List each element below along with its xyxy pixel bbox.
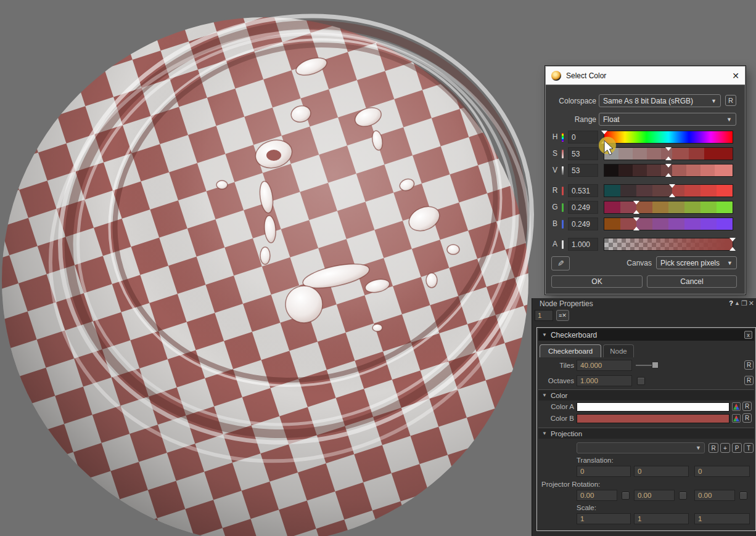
- scale-y-input[interactable]: 1: [634, 513, 689, 524]
- projection-p-button[interactable]: P: [732, 443, 742, 453]
- hue-indicator-icon: [562, 133, 564, 142]
- help-icon[interactable]: ?: [729, 299, 733, 307]
- rotation-z-checkbox[interactable]: [739, 492, 747, 500]
- dialog-titlebar[interactable]: Select Color ✕: [546, 67, 745, 85]
- canvas-label: Canvas: [601, 259, 652, 267]
- scale-x-input[interactable]: 1: [577, 513, 631, 524]
- octaves-input[interactable]: 1.000: [577, 375, 632, 386]
- slider-marker: [601, 140, 607, 144]
- channel-label: B: [551, 219, 559, 228]
- h-gradient-slider[interactable]: [604, 131, 733, 144]
- translation-x-input[interactable]: 0: [577, 466, 631, 477]
- channel-row-r: R 0.531: [546, 184, 745, 197]
- color-b-reset-button[interactable]: R: [742, 413, 752, 423]
- octaves-label: Octaves: [537, 377, 574, 384]
- channel-row-s: S 53: [546, 147, 745, 160]
- checkerboard-node-form: ▼ Checkerboard x Checkerboard Node Tiles…: [536, 327, 756, 531]
- range-dropdown[interactable]: Float ▼: [599, 113, 736, 126]
- g-gradient-slider[interactable]: [604, 201, 733, 214]
- tiles-reset-button[interactable]: R: [744, 360, 754, 370]
- select-color-dialog: Select Color ✕ Colorspace Same As 8 bit …: [545, 66, 746, 294]
- v-gradient-slider[interactable]: [604, 164, 733, 177]
- remove-node-button[interactable]: x: [744, 331, 752, 339]
- collapse-arrow-icon[interactable]: ▼: [542, 332, 547, 338]
- projection-reset-button[interactable]: R: [709, 443, 718, 453]
- slider-marker: [633, 217, 639, 221]
- collapse-icon[interactable]: ▲: [734, 299, 740, 307]
- slider-marker: [729, 247, 736, 251]
- tiles-mini-slider-handle[interactable]: [652, 362, 659, 368]
- h-value-input[interactable]: 0: [568, 131, 598, 144]
- green-indicator-icon: [562, 203, 564, 212]
- scale-z-input[interactable]: 1: [694, 513, 750, 524]
- rotation-z-input[interactable]: 0.00: [694, 490, 735, 501]
- detach-window-icon[interactable]: ❐: [741, 299, 747, 307]
- a-value-input[interactable]: 1.000: [568, 238, 598, 251]
- node-properties-panel: Node Properties ? ▲ ❐ ✕ 1 ≡✕ ▼ Checkerbo…: [532, 298, 756, 536]
- canvas-dropdown[interactable]: Pick screen pixels ▼: [656, 256, 737, 269]
- rotation-x-input[interactable]: 0.00: [577, 490, 617, 501]
- color-b-label: Color B: [537, 415, 574, 422]
- scale-label: Scale:: [577, 504, 596, 511]
- projection-locator-dropdown[interactable]: ▼: [577, 442, 705, 453]
- octaves-mini-checkbox[interactable]: [637, 377, 645, 385]
- translation-label: Translation:: [577, 457, 614, 464]
- tab-node[interactable]: Node: [603, 344, 634, 357]
- colorspace-reset-button[interactable]: R: [725, 95, 736, 106]
- g-value-input[interactable]: 0.249: [568, 201, 598, 214]
- slider-marker: [669, 193, 675, 197]
- projection-t-button[interactable]: T: [744, 443, 754, 453]
- projector-rotation-label: Projector Rotation:: [541, 481, 600, 488]
- value-indicator-icon: [562, 166, 564, 175]
- color-a-reset-button[interactable]: R: [742, 402, 752, 411]
- sphere-shading: [2, 17, 528, 536]
- octaves-reset-button[interactable]: R: [744, 376, 754, 385]
- node-index-input[interactable]: 1: [535, 310, 553, 321]
- translation-y-input[interactable]: 0: [634, 466, 689, 477]
- clear-filter-button[interactable]: ≡✕: [556, 310, 569, 321]
- b-gradient-slider[interactable]: [604, 217, 733, 230]
- application-window: Select Color ✕ Colorspace Same As 8 bit …: [0, 0, 756, 536]
- cancel-button[interactable]: Cancel: [647, 275, 737, 288]
- color-section-header[interactable]: ▼ Color: [538, 389, 754, 400]
- slider-marker: [665, 147, 672, 151]
- slider-marker: [665, 173, 672, 177]
- close-icon[interactable]: ✕: [749, 299, 754, 307]
- s-value-input[interactable]: 53: [568, 147, 598, 160]
- slider-marker: [601, 131, 607, 134]
- v-value-input[interactable]: 53: [568, 164, 598, 177]
- panel-title: Node Properties: [540, 299, 593, 308]
- panel-header-icons: ? ▲ ❐ ✕: [729, 299, 754, 307]
- close-icon[interactable]: ✕: [732, 71, 739, 80]
- channel-row-v: V 53: [546, 164, 745, 177]
- b-value-input[interactable]: 0.249: [568, 217, 598, 230]
- tab-checkerboard[interactable]: Checkerboard: [540, 344, 601, 357]
- rotation-y-input[interactable]: 0.00: [634, 490, 675, 501]
- color-ball-icon: [551, 71, 561, 81]
- rotation-x-checkbox[interactable]: [622, 492, 630, 500]
- a-gradient-slider[interactable]: [604, 238, 733, 251]
- color-b-swatch[interactable]: [577, 414, 729, 423]
- r-gradient-slider[interactable]: [604, 184, 733, 197]
- r-value-input[interactable]: 0.531: [568, 184, 598, 197]
- color-b-picker-button[interactable]: [732, 414, 741, 423]
- channel-label: V: [551, 166, 559, 174]
- colorspace-dropdown[interactable]: Same As 8 bit Data (sRGB) ▼: [599, 94, 721, 107]
- node-form-header[interactable]: ▼ Checkerboard x: [538, 329, 754, 341]
- red-indicator-icon: [562, 187, 564, 195]
- color-a-label: Color A: [537, 403, 574, 410]
- color-a-picker-button[interactable]: [732, 402, 741, 411]
- projection-add-button[interactable]: +: [720, 443, 730, 453]
- channel-label: G: [551, 203, 559, 211]
- section-arrow-icon: ▼: [542, 431, 547, 436]
- channel-row-h: H 0: [546, 131, 745, 144]
- projection-section-header[interactable]: ▼ Projection: [538, 428, 754, 439]
- s-gradient-slider[interactable]: [604, 147, 733, 160]
- translation-z-input[interactable]: 0: [694, 466, 750, 477]
- color-a-swatch[interactable]: [577, 402, 729, 412]
- rgb-triangle-icon: [733, 415, 739, 421]
- eyedropper-button[interactable]: ✎: [551, 256, 570, 270]
- rotation-y-checkbox[interactable]: [679, 492, 687, 500]
- tiles-input[interactable]: 40.000: [577, 360, 632, 371]
- ok-button[interactable]: OK: [551, 275, 643, 288]
